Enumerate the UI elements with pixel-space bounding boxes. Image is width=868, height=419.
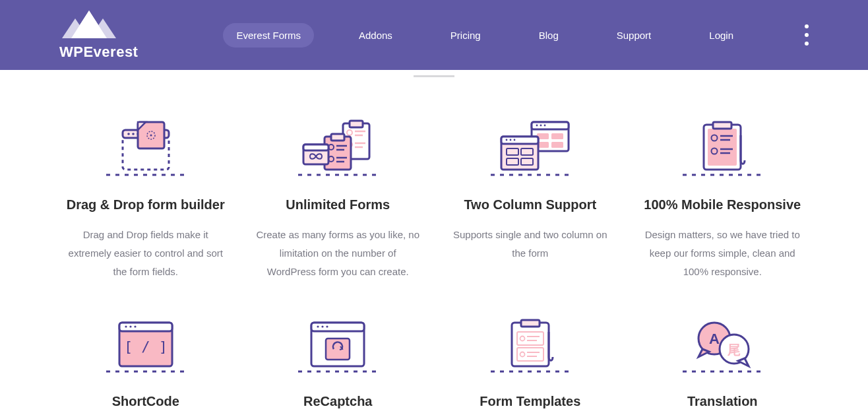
svg-point-7 [127,133,130,135]
shortcode-icon: [ / ] [63,313,228,374]
nav-pricing[interactable]: Pricing [437,23,494,48]
svg-point-45 [505,139,507,141]
feature-drag-drop: Drag & Drop form builder Drag and Drop f… [59,117,232,280]
nav-addons[interactable]: Addons [346,23,406,48]
svg-rect-42 [551,142,563,148]
feature-title: ShortCode [63,394,228,409]
svg-rect-24 [331,134,344,141]
unlimited-forms-icon [256,117,421,177]
svg-rect-40 [551,133,563,139]
feature-title: 100% Mobile Responsive [640,197,805,212]
svg-point-36 [536,125,538,127]
svg-rect-54 [708,129,737,166]
svg-rect-71 [311,323,364,331]
feature-desc: Drag and Drop fields make it extremely e… [63,226,228,280]
brand-name: WPEverest [59,44,138,61]
svg-point-8 [132,133,135,135]
svg-rect-64 [119,323,172,331]
form-templates-icon [448,313,613,374]
feature-title: Unlimited Forms [256,197,421,212]
svg-point-46 [509,139,511,141]
svg-point-67 [134,326,136,328]
feature-form-templates: Form Templates [444,313,617,419]
feature-desc: Create as many forms as you like, no lim… [256,226,421,280]
logo[interactable]: WPEverest [59,9,138,61]
svg-text:A: A [709,331,720,347]
header: WPEverest Everest Forms Addons Pricing B… [0,0,868,70]
svg-marker-89 [698,349,709,357]
svg-point-74 [326,326,328,328]
feature-recaptcha: ReCaptcha [252,313,425,419]
nav-support[interactable]: Support [604,23,665,48]
svg-text:[ / ]: [ / ] [124,338,168,355]
svg-point-73 [322,326,324,328]
svg-point-13 [150,135,152,137]
recaptcha-icon [256,313,421,374]
feature-desc: Design matters, so we have tried to keep… [640,226,805,280]
features-grid: Drag & Drop form builder Drag and Drop f… [59,117,809,419]
svg-text:尾: 尾 [727,342,741,357]
svg-point-38 [543,125,545,127]
svg-point-47 [513,139,515,141]
svg-rect-16 [350,121,363,127]
nav-blog[interactable]: Blog [526,23,572,48]
feature-title: Drag & Drop form builder [63,197,228,212]
main-nav: Everest Forms Addons Pricing Blog Suppor… [223,23,809,48]
translation-icon: A 尾 [640,313,805,374]
svg-rect-32 [303,145,328,150]
mobile-responsive-icon [640,117,805,177]
svg-rect-78 [521,320,540,327]
feature-unlimited-forms: Unlimited Forms Create as many forms as … [252,117,425,280]
mountains-icon [59,9,119,40]
feature-two-column: Two Column Support Supports single and t… [444,117,617,280]
svg-point-72 [317,326,319,328]
svg-marker-92 [738,358,749,366]
main-content: Drag & Drop form builder Drag and Drop f… [0,75,868,419]
feature-mobile-responsive: 100% Mobile Responsive Design matters, s… [636,117,809,280]
nav-everest-forms[interactable]: Everest Forms [223,23,314,48]
svg-rect-55 [713,122,731,129]
svg-point-37 [540,125,542,127]
feature-translation: A 尾 Translation [636,313,809,419]
svg-point-66 [129,326,131,328]
two-column-icon [448,117,613,177]
feature-shortcode: [ / ] ShortCode [59,313,232,419]
kebab-menu-icon[interactable] [805,24,809,46]
nav-login[interactable]: Login [696,23,747,48]
svg-point-65 [125,326,127,328]
feature-title: Two Column Support [448,197,613,212]
feature-desc: Supports single and two column on the fo… [448,226,613,263]
drag-drop-icon [63,117,228,177]
feature-title: ReCaptcha [256,394,421,409]
section-divider [414,75,454,77]
feature-title: Translation [640,394,805,409]
feature-title: Form Templates [448,394,613,409]
